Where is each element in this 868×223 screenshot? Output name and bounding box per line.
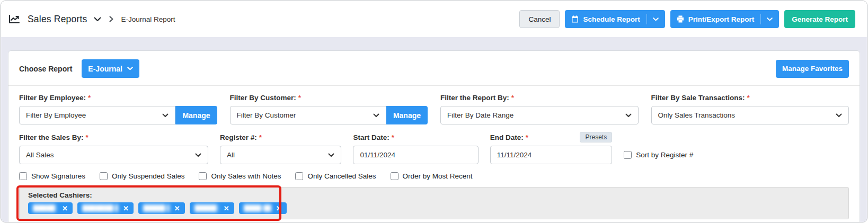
filter-sales-by-field: Filter the Sales By:* All Sales [19,132,208,164]
filter-sales-by-label: Filter the Sales By: [19,133,84,141]
report-filters-card: Choose Report E-Journal Manage Favorites… [8,50,860,222]
report-type-caret-icon [127,64,133,74]
app-window: Sales Reports E-Journal Report Cancel Sc… [1,1,867,222]
chevron-right-icon [109,16,113,22]
schedule-report-button[interactable]: Schedule Report [565,10,665,28]
required-asterisk: * [526,133,528,141]
register-field: Register #:* All [220,132,341,164]
breadcrumb: Sales Reports E-Journal Report [8,13,175,25]
filter-sale-transactions-field: Filter By Sale Transactions:* Only Sales… [651,92,849,124]
filter-report-by-field: Filter the Report By:* Filter By Date Ra… [440,92,639,124]
filter-sale-transactions-select[interactable]: Only Sales Transactions [651,106,849,124]
select-caret-icon [328,153,334,157]
select-caret-icon [836,113,842,118]
calendar-icon [571,15,579,23]
manage-favorites-button[interactable]: Manage Favorites [776,60,849,78]
end-date-field: End Date:* Presets 11/11/2024 [490,132,612,164]
only-cancelled-sales-option: Only Cancelled Sales [295,172,376,180]
remove-cashier-icon[interactable]: ✕ [224,205,229,212]
filter-sale-transactions-label: Filter By Sale Transactions: [651,94,745,102]
report-type-value: E-Journal [88,65,122,73]
remove-cashier-icon[interactable]: ✕ [174,205,180,212]
filter-customer-select[interactable]: Filter By Customer [230,106,386,124]
required-asterisk: * [747,94,750,102]
choose-report-row: Choose Report E-Journal Manage Favorites [19,59,849,78]
only-suspended-sales-checkbox[interactable] [100,172,108,180]
remove-cashier-icon[interactable]: ✕ [123,205,129,212]
header: Sales Reports E-Journal Report Cancel Sc… [1,1,867,37]
filter-row-2: Filter the Sales By:* All Sales Register… [19,132,849,164]
options-checkbox-row: Show Signatures Only Suspended Sales Onl… [19,172,849,180]
order-by-most-recent-checkbox[interactable] [391,172,398,180]
order-by-most-recent-option: Order by Most Recent [391,172,473,180]
end-date-label: End Date: [490,133,524,141]
selected-cashiers-label: Selected Cashiers: [28,191,840,199]
register-select[interactable]: All [220,146,341,164]
cashier-tag[interactable]: █████ ██✕ [190,202,234,214]
filter-report-by-select[interactable]: Filter By Date Range [440,106,639,124]
page-body: Choose Report E-Journal Manage Favorites… [1,37,867,222]
sort-by-register-checkbox[interactable] [624,151,632,159]
remove-cashier-icon[interactable]: ✕ [62,205,68,212]
required-asterisk: * [259,133,262,141]
filter-report-by-label: Filter the Report By: [440,94,509,102]
show-signatures-option: Show Signatures [19,172,85,180]
print-export-report-button[interactable]: Print/Export Report [670,10,780,28]
select-caret-icon [625,113,632,118]
remove-cashier-icon[interactable]: ✕ [276,205,282,212]
only-sales-with-notes-checkbox[interactable] [199,172,207,180]
selected-cashiers-panel: Selected Cashiers: █████ ██✕ ███████ ███… [19,187,849,219]
print-export-dropdown-caret-icon[interactable] [760,14,773,24]
print-export-report-label: Print/Export Report [688,15,755,23]
cashier-tag[interactable]: █████ ██✕ [28,202,73,214]
filter-row-1: Filter By Employee:* Filter By Employee … [19,92,849,124]
generate-report-button[interactable]: Generate Report [784,10,855,28]
filter-employee-select[interactable]: Filter By Employee [19,106,175,124]
header-actions: Cancel Schedule Report Print/Export Repo… [519,10,855,28]
select-caret-icon [162,113,169,118]
filter-employee-field: Filter By Employee:* Filter By Employee … [19,92,217,124]
manage-employees-button[interactable]: Manage [175,106,217,124]
presets-button[interactable]: Presets [580,132,612,142]
chevron-down-icon[interactable] [94,17,101,22]
filter-customer-field: Filter By Customer:* Filter By Customer … [230,92,428,124]
start-date-label: Start Date: [353,133,389,141]
only-sales-with-notes-option: Only Sales with Notes [199,172,281,180]
required-asterisk: * [86,133,88,141]
printer-icon [677,15,684,23]
manage-customers-button[interactable]: Manage [386,106,428,124]
cancel-button[interactable]: Cancel [519,10,560,28]
schedule-report-label: Schedule Report [583,15,640,23]
sort-by-register-field: Sort by Register # [624,132,849,164]
filter-sales-by-select[interactable]: All Sales [19,146,208,164]
report-type-dropdown[interactable]: E-Journal [82,59,139,78]
page-title: E-Journal Report [121,15,175,23]
required-asterisk: * [88,94,91,102]
sales-chart-icon [8,13,21,25]
start-date-input[interactable]: 01/11/2024 [353,146,478,164]
start-date-field: Start Date:* 01/11/2024 [353,132,478,164]
required-asterisk: * [392,133,394,141]
required-asterisk: * [511,94,514,102]
filter-employee-label: Filter By Employee: [19,94,86,102]
only-cancelled-sales-checkbox[interactable] [295,172,303,180]
register-label: Register #: [220,133,257,141]
choose-report-label: Choose Report [19,65,72,73]
filter-customer-label: Filter By Customer: [230,94,296,102]
select-caret-icon [195,153,201,157]
cashier-tag[interactable]: █████ ███✕ [138,202,185,214]
cashier-tag[interactable]: ███████ ████✕ [77,202,134,214]
required-asterisk: * [298,94,301,102]
select-caret-icon [373,113,379,118]
only-suspended-sales-option: Only Suspended Sales [100,172,184,180]
end-date-input[interactable]: 11/11/2024 [490,146,612,164]
schedule-dropdown-caret-icon[interactable] [646,14,659,24]
show-signatures-checkbox[interactable] [19,172,27,180]
cashier-tags: █████ ██✕ ███████ ████✕ █████ ███✕ █████… [28,202,840,214]
divider [8,85,860,86]
section-title: Sales Reports [28,14,87,25]
sort-by-register-label: Sort by Register # [636,151,693,159]
cashier-tag[interactable]: ████ ████✕ [239,202,287,214]
